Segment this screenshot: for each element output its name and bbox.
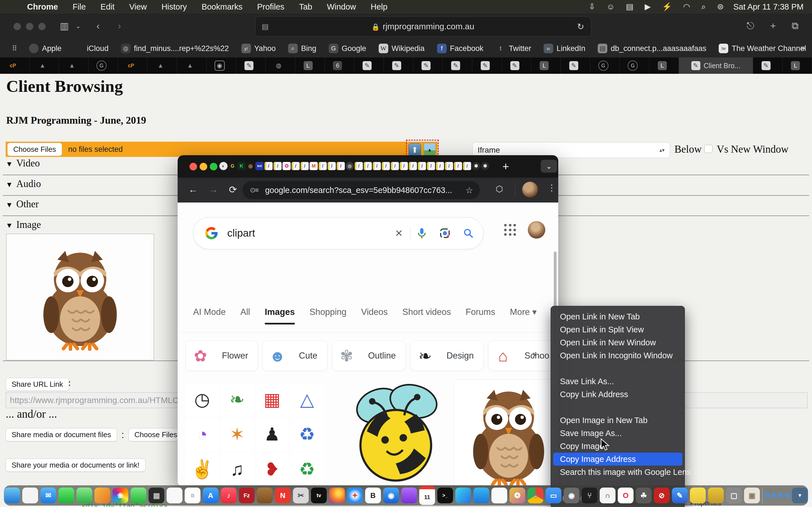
menu-bar-item[interactable]: File [65,2,93,11]
menu-bar-item[interactable]: Bookmarks [194,2,250,11]
safari-tab[interactable]: ✎ [753,57,783,74]
dock-app-icon[interactable] [257,488,273,503]
safari-tab[interactable]: cP [0,57,30,74]
chrome-title-bar[interactable]: ◐GK◎brit//❂//M///◍/////////////✱✱ + ⌄ [177,155,558,178]
section-other[interactable]: ▼Other [6,199,39,210]
dock-app-icon[interactable] [455,488,471,503]
new-tab-icon[interactable]: + [770,20,776,31]
chips-scroll-arrow[interactable]: › [532,348,536,360]
search-chip[interactable]: ☻ Cute [262,341,327,371]
menu-bar-item[interactable]: Edit [93,2,122,11]
context-menu-item[interactable]: Copy Image [553,440,682,453]
safari-tab[interactable]: L [531,57,561,74]
chrome-reload-button[interactable]: ⟳ [229,184,237,195]
menu-bar-item[interactable]: History [154,2,194,11]
chrome-tab-favicon[interactable]: / [409,162,417,170]
google-tab[interactable]: AI Mode [193,307,225,325]
dock-app-icon[interactable] [22,488,38,503]
dock-app-icon[interactable] [690,488,706,503]
download-manager-icon[interactable]: ⇩ [583,2,601,11]
tab-overview-icon[interactable]: ⧉ [792,20,799,32]
bookmark-item[interactable]: y! Yahoo [241,44,276,53]
safari-tab[interactable]: ▲ [59,57,89,74]
menu-bar-item[interactable]: Tab [292,2,320,11]
chrome-tab-favicon[interactable]: brit [255,162,264,170]
wikipedia-clipart-collage[interactable]: ◷❧▦△◔✶♟♻✌♫❥♻ [186,383,324,485]
dock-app-icon[interactable]: ✦ [347,488,363,503]
safari-tab[interactable]: ✎ [502,57,531,74]
dock-app-icon[interactable]: tv [311,488,327,503]
chrome-tab-favicon[interactable]: ◐ [219,162,227,170]
dock-app-icon[interactable]: ○ [527,488,543,503]
sidebar-chevron-icon[interactable]: ⌄ [75,22,81,30]
bookmark-item[interactable]: iCloud [74,44,109,53]
clock-clipart[interactable]: ◷ [186,383,219,416]
dock-app-icon[interactable] [401,488,417,503]
safari-tab[interactable]: ✎ [472,57,502,74]
context-menu-item[interactable]: Save Image As... [553,427,682,440]
chrome-tab-favicon[interactable]: ◍ [346,162,354,170]
owl-clipart-result[interactable] [453,379,558,485]
google-tab[interactable]: Images [265,307,295,325]
chrome-tab-favicon[interactable]: G [229,162,237,170]
chrome-tab-favicon[interactable]: / [454,162,462,170]
dock-app-icon[interactable] [473,488,489,503]
dock-app-icon[interactable]: N [275,488,291,503]
battery-charging-icon[interactable]: ⚡ [656,2,677,11]
bee-clipart-result[interactable] [336,380,454,485]
search-chip[interactable]: ⌂ Schoo [488,341,558,371]
context-menu-item[interactable]: Copy Link Address [553,388,682,401]
search-query[interactable]: clipart [227,227,388,239]
dock-app-icon[interactable]: 11 [419,486,435,505]
menu-bar-item[interactable]: View [122,2,154,11]
dock-app-icon[interactable] [708,488,724,503]
bookmark-item[interactable]: in LinkedIn [544,44,585,53]
context-menu-item[interactable]: Open Link in Incognito Window [553,349,682,362]
context-menu-item[interactable]: Open Link in New Tab [553,310,682,323]
dock-app-icon[interactable]: ≡ [185,488,200,503]
google-tab[interactable]: More ▾ [510,307,537,325]
safari-tab[interactable]: 6 [325,57,354,74]
safari-tab[interactable]: ▲ [147,57,177,74]
birthday-cake-clipart[interactable]: ✶ [220,418,254,451]
dock-app-icon[interactable] [329,488,345,503]
context-menu-item[interactable] [553,362,682,375]
penguin-clipart[interactable]: ♟ [255,418,289,451]
share-submit-button[interactable]: Share your media or documents or link! [6,459,146,472]
safari-tab[interactable]: ✎ [561,57,591,74]
safari-tab[interactable]: ✎ [236,57,266,74]
dock-app-icon[interactable] [4,488,20,503]
dock-app-icon[interactable] [765,493,769,498]
google-account-avatar[interactable] [528,221,545,238]
safari-url[interactable]: 🔒rjmprogramming.com.au [269,22,577,31]
shared-owl-image[interactable] [6,234,154,360]
corn-clipart[interactable]: ❧ [220,383,254,416]
chrome-tab-favicon[interactable]: ✱ [472,162,480,170]
chrome-tab-favicon[interactable]: ✱ [481,162,489,170]
safari-tab[interactable]: L [295,57,325,74]
dock-app-icon[interactable] [94,488,110,503]
bookmark-item[interactable]: t Twitter [496,44,531,53]
dock-app-icon[interactable]: O [618,488,633,503]
context-menu-item[interactable]: Copy Image Address [553,453,682,466]
context-menu-item[interactable]: Open Link in New Window [553,336,682,349]
context-menu-item[interactable]: Open Link in Split View [553,323,682,336]
menu-bar-item[interactable]: Chrome [20,2,65,11]
bookmark-item[interactable]: ◍ find_minus....rep+%22s%22 [121,44,229,53]
spotlight-icon[interactable]: ⌕ [696,2,712,11]
dock-app-icon[interactable] [772,493,776,498]
section-image[interactable]: ▼Image [6,219,41,230]
sidebar-toggle-icon[interactable]: ▥ [60,20,69,32]
google-tab[interactable]: Shopping [310,307,347,325]
chrome-tab-favicon[interactable]: / [445,162,453,170]
chrome-tab-favicon[interactable]: / [418,162,426,170]
chrome-tab-favicon[interactable]: / [436,162,444,170]
choose-files-button-2[interactable]: Choose Files [129,428,183,441]
dock-app-icon[interactable]: Fz [239,488,255,503]
rubiks-cube-clipart[interactable]: ▦ [255,383,289,416]
site-settings-icon[interactable]: ⊙≡ [250,186,258,194]
chrome-tab-favicon[interactable]: / [319,162,327,170]
chrome-url[interactable]: google.com/search?sca_esv=5e9bb948607cc7… [265,186,465,195]
dock-app-icon[interactable]: ▦ [149,488,164,503]
google-tab[interactable]: All [240,307,250,325]
